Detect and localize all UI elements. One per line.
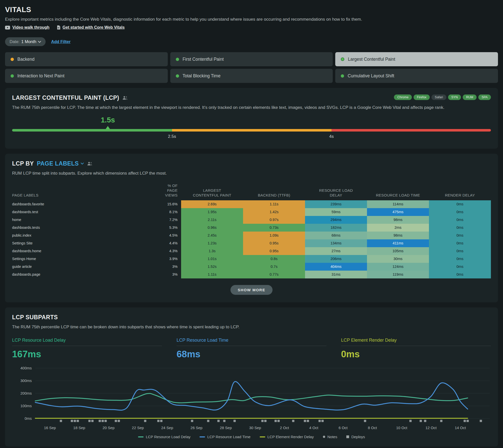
metric-tab-backend[interactable]: Backend [5,52,168,66]
metric-cell-resource-load-time: 105ms [367,247,429,255]
metric-dot [341,74,344,78]
metric-cell-backend-ttfb: 0.95s [243,247,305,255]
deploy-marker[interactable] [102,420,104,422]
deploy-marker[interactable] [71,420,73,422]
deploy-marker[interactable] [191,420,193,422]
deploy-marker[interactable] [424,420,426,422]
audience-icon [87,162,93,166]
metric-cell-render-delay: 0ms [429,232,491,239]
lcp-panel: LARGEST CONTENTFUL PAINT (LCP) ChromeFir… [5,88,498,149]
deploy-marker[interactable] [278,420,280,422]
metric-cell-render-delay: 0ms [429,255,491,263]
page-description: Explore important metrics including the … [5,17,498,22]
deploy-marker[interactable] [88,420,91,422]
gauge-bar [12,129,491,132]
column-header-backend-ttfb: BACKEND (TTFB) [243,193,305,198]
metric-tab-largest-contentful-paint[interactable]: Largest Contentful Paint [335,52,498,66]
deploy-marker[interactable] [144,420,146,422]
table-body: dashboards.favorite15.6%2.69s1.11s239ms1… [12,200,491,278]
deploy-marker[interactable] [99,420,101,422]
chevron-down-icon [81,163,84,165]
video-walkthrough-link[interactable]: Video walk through [5,25,49,30]
deploy-marker[interactable] [157,420,159,422]
deploy-marker[interactable] [307,420,309,422]
legend-swatch-square [346,435,349,438]
youtube-icon [5,26,10,29]
row-page-views: 3% [161,263,181,271]
deploy-marker[interactable] [233,420,236,422]
x-axis-label: 2 Oct [280,426,289,430]
deploy-marker[interactable] [275,420,277,422]
deploy-marker[interactable] [464,420,466,422]
deploy-marker[interactable] [440,420,442,422]
deploy-marker[interactable] [207,420,209,422]
deploy-marker[interactable] [223,420,225,422]
metric-cell-backend-ttfb: 1.09s [243,232,305,239]
header-links: Video walk through Get started with Core… [5,25,498,30]
deploy-marker[interactable] [364,420,366,422]
deploy-marker[interactable] [91,420,93,422]
metric-cell-backend-ttfb: 0.97s [243,216,305,224]
deploy-marker[interactable] [217,420,220,422]
get-started-link[interactable]: Get started with Core Web Vitals [57,25,125,30]
subpart-metrics: LCP Resource Load Delay167msLCP Resource… [12,338,491,360]
metric-cell-resource-load-time: 98ms [367,216,429,224]
x-axis-label: 28 Sep [220,426,232,430]
add-filter-link[interactable]: Add Filter [51,39,71,44]
show-more-button[interactable]: SHOW MORE [230,285,273,295]
x-axis-label: 20 Sep [103,426,115,430]
row-page-views: 4.3% [161,247,181,255]
row-page-views: 15.6% [161,200,181,208]
metric-cell-resource-load-delay: 27ms [305,247,367,255]
deploy-marker[interactable] [74,420,76,422]
metric-tab-first-contentful-paint[interactable]: First Contentful Paint [170,52,333,66]
deploy-marker[interactable] [60,420,62,422]
badge-safari: Safari [431,94,446,100]
legend-item-deploys[interactable]: Deploys [346,435,365,439]
metric-cell-backend-ttfb: 1.11s [243,200,305,208]
deploy-marker[interactable] [118,420,120,422]
date-filter-label: Date: [10,39,19,44]
metric-cell-largest-contentful-paint: 1.11s [181,271,243,278]
legend-item-lcp-resource-load-time[interactable]: LCP Resource Load Time [199,435,250,439]
deploy-marker[interactable] [318,420,321,422]
deploy-marker[interactable] [304,420,306,422]
date-filter-dropdown[interactable]: Date: 1 Month [5,37,46,46]
metric-dot [176,74,179,78]
dimension-dropdown[interactable]: PAGE LABELS [37,160,84,167]
legend-swatch-line [199,436,205,437]
subpart-metric-value: 167ms [12,349,162,360]
legend-item-lcp-resource-load-delay[interactable]: LCP Resource Load Delay [138,435,190,439]
deploy-marker[interactable] [160,420,162,422]
deploy-marker[interactable] [292,420,294,422]
deploy-marker[interactable] [466,420,469,422]
page-header: VITALS Explore important metrics includi… [5,6,498,30]
legend-item-lcp-element-render-delay[interactable]: LCP Element Render Delay [260,435,314,439]
row-label: dashboards.tests [12,224,161,232]
metric-cell-largest-contentful-paint: 1.01s [181,255,243,263]
deploy-marker[interactable] [105,420,107,422]
deploy-marker[interactable] [77,420,79,422]
column-header-page-labels: PAGE LABELS [12,193,161,198]
row-page-views: 8.1% [161,208,181,216]
metric-cell-largest-contentful-paint: 1.95s [181,208,243,216]
lcp-panel-description: The RUM 75th percentile for LCP. The tim… [12,105,481,111]
deploy-marker[interactable] [264,420,266,422]
deploy-marker[interactable] [409,420,412,422]
legend-item-notes[interactable]: Notes [323,435,337,439]
lcp-panel-title-text: LARGEST CONTENTFUL PAINT (LCP) [12,94,119,101]
row-label: dashboards.page [12,271,161,278]
metric-tab-cumulative-layout-shift[interactable]: Cumulative Layout Shift [335,69,498,83]
deploy-marker[interactable] [321,420,324,422]
deploy-marker[interactable] [480,420,482,422]
metric-tab-interaction-to-next-paint[interactable]: Interaction to Next Paint [5,69,168,83]
deploy-marker[interactable] [261,420,264,422]
x-axis-label: 24 Sep [161,426,173,430]
table-row: dashboards.page3%1.11s0.77s31ms119ms0ms [12,271,491,278]
deploy-marker[interactable] [115,420,117,422]
chart-legend: LCP Resource Load DelayLCP Resource Load… [12,435,491,439]
deploy-marker[interactable] [420,420,422,422]
metric-cell-resource-load-time: 30ms [367,255,429,263]
badge-spa: SPA [478,94,491,100]
metric-tab-total-blocking-time[interactable]: Total Blocking Time [170,69,333,83]
